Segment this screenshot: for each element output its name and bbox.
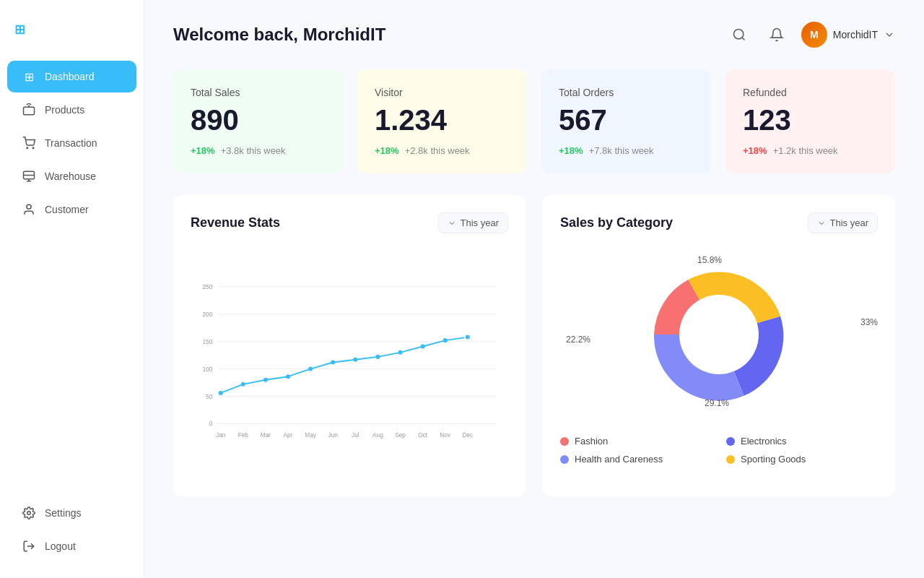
stat-pct: +18%	[191, 145, 215, 156]
donut-label-fashion: 15.8%	[697, 255, 722, 265]
sidebar-item-settings[interactable]: Settings	[7, 497, 136, 529]
line-chart: 250 200 150 100 50 0 Jan Feb Mar Apr May…	[191, 248, 508, 479]
warehouse-icon	[22, 169, 36, 184]
svg-line-8	[742, 38, 745, 40]
chevron-down-icon	[448, 219, 456, 228]
revenue-filter[interactable]: This year	[438, 212, 508, 233]
sidebar-item-label: Transaction	[45, 137, 97, 149]
svg-point-37	[308, 367, 313, 371]
settings-icon	[22, 506, 36, 520]
stat-pct: +18%	[559, 145, 583, 156]
page-title: Welcome back, MorchidIT	[173, 25, 385, 45]
svg-point-38	[331, 360, 335, 364]
legend-label: Electronics	[741, 436, 787, 447]
chart-header: Sales by Category This year	[560, 212, 878, 233]
legend-dot-sporting	[726, 455, 735, 464]
sidebar-bottom: Settings Logout	[0, 496, 144, 564]
sidebar-item-label: Warehouse	[45, 171, 96, 182]
svg-text:Jan: Jan	[216, 431, 226, 439]
revenue-chart-title: Revenue Stats	[191, 215, 280, 230]
stat-total-sales: Total Sales 890 +18% +3.8k this week	[173, 69, 343, 173]
stat-week: +1.2k this week	[773, 145, 838, 156]
charts-row: Revenue Stats This year 250 20	[173, 195, 895, 496]
sidebar-item-dashboard[interactable]: ⊞ Dashboard	[7, 61, 136, 92]
donut-label-electronics: 29.1%	[705, 398, 729, 408]
stat-pct: +18%	[743, 145, 767, 156]
svg-point-39	[353, 358, 357, 362]
svg-text:Dec: Dec	[462, 431, 473, 439]
svg-text:Feb: Feb	[238, 431, 249, 439]
svg-text:200: 200	[202, 311, 212, 318]
user-name: MorchidIT	[833, 29, 878, 40]
stat-footer: +18% +1.2k this week	[743, 145, 878, 156]
sales-chart-title: Sales by Category	[560, 215, 673, 230]
svg-point-4	[27, 204, 31, 209]
stat-label: Visitor	[375, 87, 510, 98]
svg-text:150: 150	[202, 338, 212, 345]
legend-label: Sporting Goods	[741, 454, 806, 465]
page-header: Welcome back, MorchidIT M MorchidIT	[173, 22, 895, 48]
legend-electronics: Electronics	[726, 436, 878, 447]
stat-value: 1.234	[375, 104, 510, 137]
stat-footer: +18% +3.8k this week	[191, 145, 326, 156]
stat-label: Total Orders	[559, 87, 694, 98]
stat-value: 890	[191, 104, 326, 137]
stat-total-orders: Total Orders 567 +18% +7.8k this week	[541, 69, 711, 173]
sidebar-item-label: Customer	[45, 204, 89, 215]
products-icon	[22, 103, 36, 117]
sidebar-item-logout[interactable]: Logout	[7, 530, 136, 562]
sidebar-item-label: Logout	[45, 540, 76, 552]
donut-chart-svg	[632, 248, 806, 421]
chevron-down-icon	[884, 29, 895, 40]
svg-text:100: 100	[202, 366, 212, 373]
svg-point-34	[241, 382, 245, 387]
notification-icon[interactable]	[764, 22, 790, 48]
svg-point-7	[733, 30, 743, 39]
stat-footer: +18% +2.8k this week	[375, 145, 510, 156]
donut-label-health: 22.2%	[566, 335, 590, 345]
stat-footer: +18% +7.8k this week	[559, 145, 694, 156]
customer-icon	[22, 202, 36, 217]
svg-text:Jun: Jun	[328, 431, 339, 439]
transaction-icon	[22, 136, 36, 150]
chevron-down-icon	[817, 219, 826, 228]
header-actions: M MorchidIT	[726, 22, 895, 48]
svg-point-42	[421, 344, 425, 348]
dashboard-icon: ⊞	[22, 69, 36, 84]
svg-point-2	[32, 147, 34, 149]
stat-week: +2.8k this week	[405, 145, 470, 156]
sidebar-item-transaction[interactable]: Transaction	[7, 127, 136, 159]
svg-point-43	[443, 338, 448, 342]
chart-legend: Fashion Electronics Health and Careness …	[560, 436, 878, 465]
legend-sporting: Sporting Goods	[726, 454, 878, 465]
sidebar-item-label: Products	[45, 104, 84, 116]
stat-pct: +18%	[375, 145, 399, 156]
legend-label: Fashion	[575, 436, 608, 447]
sidebar-item-customer[interactable]: Customer	[7, 194, 136, 225]
main-content: Welcome back, MorchidIT M MorchidIT Tota…	[144, 0, 924, 578]
svg-point-45	[679, 295, 759, 374]
svg-text:Nov: Nov	[440, 431, 451, 439]
stat-value: 123	[743, 104, 878, 137]
legend-fashion: Fashion	[560, 436, 712, 447]
logo: ⊞	[0, 14, 144, 59]
svg-text:Mar: Mar	[261, 431, 271, 439]
svg-text:0: 0	[209, 420, 213, 427]
sidebar-item-warehouse[interactable]: Warehouse	[7, 160, 136, 192]
user-profile[interactable]: M MorchidIT	[801, 22, 895, 48]
svg-text:250: 250	[202, 283, 212, 290]
legend-dot-fashion	[560, 437, 569, 446]
sidebar-item-label: Dashboard	[45, 71, 95, 82]
stat-value: 567	[559, 104, 694, 137]
legend-health: Health and Careness	[560, 454, 712, 465]
stat-label: Refunded	[743, 87, 878, 98]
legend-dot-electronics	[726, 437, 735, 446]
line-chart-svg: 250 200 150 100 50 0 Jan Feb Mar Apr May…	[191, 248, 508, 479]
svg-text:Jul: Jul	[352, 431, 359, 439]
sidebar-item-products[interactable]: Products	[7, 94, 136, 126]
logout-icon	[22, 539, 36, 553]
search-icon[interactable]	[726, 22, 752, 48]
sidebar: ⊞ ⊞ Dashboard Products Transaction Wareh…	[0, 0, 144, 578]
svg-point-33	[219, 391, 223, 395]
sales-filter[interactable]: This year	[808, 212, 878, 233]
